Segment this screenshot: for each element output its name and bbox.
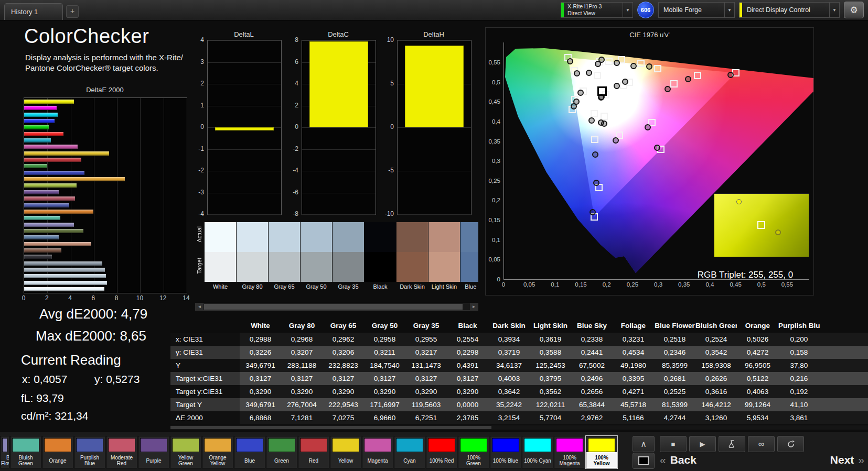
target-row-label: Target [196, 258, 202, 274]
page-subtitle: Display analysis is performed with the X… [25, 52, 199, 73]
actual-swatch-gray-50 [301, 222, 332, 252]
deltae-bar-row-magenta [24, 145, 187, 149]
deltae-bar-foliage [24, 229, 83, 233]
deltae-bar-row-100-red [24, 132, 187, 136]
deltae-bar-row-bluish-green [24, 216, 187, 220]
table-cell: 0,0000 [447, 401, 488, 409]
table-cell: 0,4391 [447, 362, 488, 369]
table-scrollbar[interactable] [170, 425, 868, 430]
deltae-bar-row-100-magenta [24, 106, 187, 110]
cie-target-marker [637, 60, 645, 67]
reading-count-badge[interactable]: 606 [637, 2, 654, 18]
deltae-axis-tick-label: 2 [45, 294, 49, 302]
patch-button-100-blue[interactable]: 100% Blue [490, 436, 521, 468]
table-cell: 81,5399 [654, 401, 695, 409]
patch-swatch-100-magenta [556, 438, 583, 452]
patch-label: Moderate Red [106, 452, 137, 468]
history-tab-label: History 1 [11, 8, 38, 16]
table-header-gray-35: Gray 35 [405, 322, 447, 330]
patch-button-blue[interactable]: Blue [234, 436, 265, 468]
display-window-button[interactable] [633, 453, 655, 469]
table-cell: 5,1166 [613, 414, 654, 422]
patch-button-cyan[interactable]: Cyan [394, 436, 425, 468]
patch-button-yellow-green[interactable]: Yellow Green [170, 436, 201, 468]
stop-button[interactable]: ■ [660, 436, 687, 452]
top-bar: History 1 + X-Rite i1Pro 3 Direct View ▼… [0, 0, 868, 20]
patch-swatch-100-green [460, 438, 487, 452]
cie-target-marker [594, 72, 601, 79]
patch-button-purple[interactable]: Purple [138, 436, 169, 468]
workflow-dropdown[interactable]: Mobile Forge ▼ [658, 2, 735, 18]
deltal-gridline [208, 193, 281, 193]
cie-measured-marker [727, 72, 734, 78]
table-cell: 0,3934 [488, 335, 530, 343]
table-cell: 0,4063 [737, 388, 778, 396]
cie-measured-marker [645, 124, 651, 130]
patch-label: 100% Cyan [522, 452, 553, 468]
new-tab-button[interactable]: + [66, 5, 79, 18]
swatch-strip-scrollbar[interactable]: ◄ ► [195, 303, 478, 311]
table-row-label: ΔE 2000 [170, 411, 240, 424]
play-button[interactable]: ▶ [689, 436, 716, 452]
refresh-button[interactable] [777, 436, 804, 452]
next-button[interactable]: Next » [830, 454, 864, 466]
cie-chart-title: CIE 1976 u'v' [486, 31, 813, 39]
patch-button-100-cyan[interactable]: 100% Cyan [522, 436, 553, 468]
single-measure-button[interactable] [719, 436, 745, 452]
swatch-scroll-thumb[interactable] [204, 304, 463, 310]
table-cell: 0,2681 [654, 375, 695, 382]
patch-button-100-yellow[interactable]: 100% Yellow [586, 436, 617, 468]
deltac-tick-label: -2 [293, 145, 298, 152]
table-cell: 232,8823 [323, 362, 364, 369]
deltae-bar-cyan [24, 138, 51, 143]
patch-button-100-green[interactable]: 100% Green [458, 436, 489, 468]
table-cell: 0,3290 [447, 388, 488, 396]
table-header-light-skin: Light Skin [530, 322, 571, 330]
table-cell: 0,216 [778, 375, 820, 382]
table-cell: 0,3127 [323, 375, 364, 382]
deltal-y-axis: 43210-1-2-3-4 [190, 40, 205, 214]
swatch-scroll-track[interactable] [203, 303, 470, 310]
patch-button-moderate-red[interactable]: Moderate Red [106, 436, 137, 468]
deltae-bar-row-gray-35 [24, 261, 187, 266]
deltae-axis-tick-label: 0 [22, 294, 26, 302]
patch-button-purplish-blue[interactable]: Purplish Blue [74, 436, 105, 468]
meter-dropdown[interactable]: X-Rite i1Pro 3 Direct View ▼ [561, 2, 633, 18]
patch-button-100-red[interactable]: 100% Red [426, 436, 457, 468]
deltae-bar-100-cyan [24, 113, 58, 117]
table-cell: 0,3127 [405, 375, 447, 382]
back-button[interactable]: « Back [660, 454, 696, 466]
rgb-triplet-label: RGB Triplet: 255, 255, 0 [680, 270, 811, 280]
patch-button-yellow[interactable]: Yellow [330, 436, 361, 468]
patch-button-magenta[interactable]: Magenta [362, 436, 393, 468]
deltae-bar-green [24, 164, 47, 168]
scroll-right-button[interactable]: ► [470, 303, 478, 310]
settings-button[interactable]: ⚙ [844, 2, 864, 18]
patch-label: Cyan [394, 452, 425, 468]
table-cell: 0,2298 [447, 348, 488, 356]
continuous-loop-button[interactable]: ∞ [748, 436, 775, 452]
patch-button-bluish-green[interactable]: Bluish Green [10, 436, 41, 468]
cie-measured-marker [622, 79, 628, 85]
deltal-tick-label: -4 [198, 210, 204, 217]
deltae-bar-orange [24, 210, 93, 214]
patch-button-red[interactable]: Red [298, 436, 329, 468]
patch-label: Yellow Green [170, 452, 201, 468]
patch-button-100-magenta[interactable]: 100% Magenta [554, 436, 585, 468]
workflow-label: Mobile Forge [659, 6, 724, 14]
patch-button-orange[interactable]: Orange [42, 436, 73, 468]
patch-button-blue-flower[interactable]: Blue Flower [0, 436, 9, 468]
table-cell: 119,5603 [405, 401, 447, 409]
deltac-gridline [302, 214, 376, 215]
scroll-left-button[interactable]: ◄ [196, 303, 203, 310]
history-tab[interactable]: History 1 [4, 3, 63, 20]
patch-button-green[interactable]: Green [266, 436, 297, 468]
deltal-tick-label: -1 [198, 145, 204, 152]
patch-button-orange-yellow[interactable]: Orange Yellow [202, 436, 233, 468]
refresh-icon [787, 440, 795, 448]
collapse-panel-button[interactable]: ∧ [633, 436, 655, 452]
swatch-label: Black [365, 282, 396, 292]
patch-swatch-purplish-blue [76, 438, 103, 452]
table-scroll-thumb[interactable] [170, 426, 491, 429]
display-control-dropdown[interactable]: Direct Display Control ▼ [739, 2, 840, 18]
